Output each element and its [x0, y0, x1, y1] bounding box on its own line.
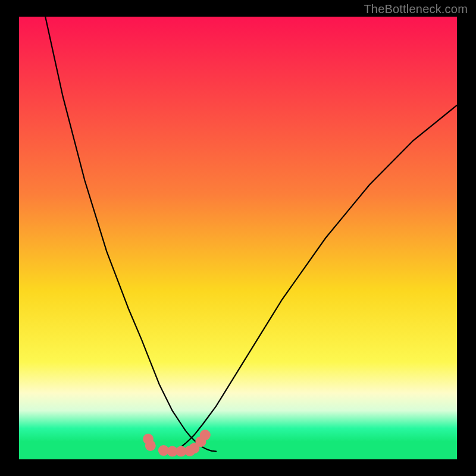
- data-marker: [200, 430, 211, 440]
- data-marker: [145, 440, 156, 451]
- chart-frame: TheBottleneck.com: [0, 0, 476, 476]
- watermark-text: TheBottleneck.com: [364, 2, 468, 16]
- bottleneck-chart: [0, 0, 476, 476]
- plot-background: [19, 17, 457, 459]
